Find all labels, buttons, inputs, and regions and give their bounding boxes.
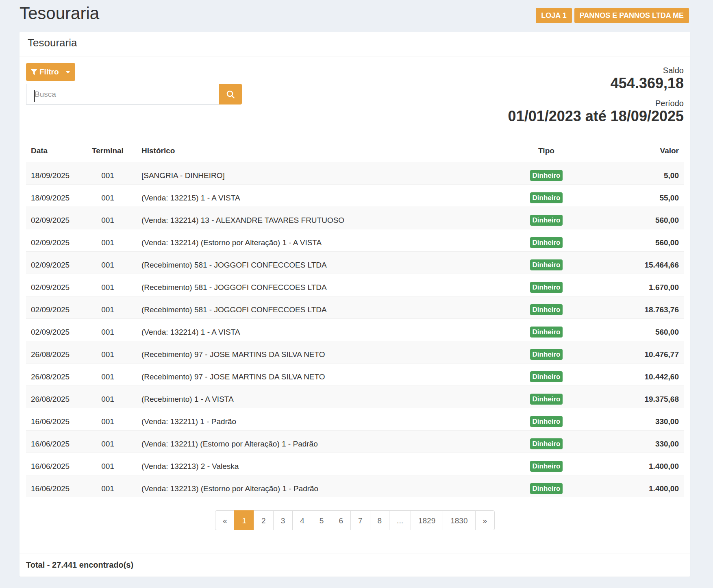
page-link-2[interactable]: 2 [254,510,274,530]
cell-data: 26/08/2025 [26,386,79,408]
cell-historico: (Recebimento) 581 - JOGGOFI CONFECCOES L… [137,296,467,319]
cell-valor: 560,00 [626,319,684,341]
table-row: 26/08/2025 001 (Recebimento) 97 - JOSE M… [26,364,684,386]
cell-terminal: 001 [79,207,137,229]
tipo-badge: Dinheiro [530,282,563,293]
tipo-badge: Dinheiro [530,215,563,226]
page-item-1829: 1829 [411,510,443,530]
page-item-«: « [215,510,235,530]
saldo-label: Saldo [508,65,684,75]
cell-data: 26/08/2025 [26,364,79,386]
cell-data: 02/09/2025 [26,207,79,229]
search-icon [226,90,235,99]
table-row: 02/09/2025 001 (Venda: 132214) (Estorno … [26,229,684,252]
pagination-wrap: «12345678...18291830» [26,510,684,530]
cell-valor: 1.400,00 [626,453,684,475]
cell-terminal: 001 [79,475,137,498]
cell-tipo: Dinheiro [467,364,626,386]
page-link-»[interactable]: » [475,510,495,530]
table-row: 26/08/2025 001 (Recebimento) 1 - A VISTA… [26,386,684,408]
page-link-1830[interactable]: 1830 [443,510,475,530]
tipo-badge: Dinheiro [530,416,563,427]
cell-valor: 5,00 [626,162,684,185]
cell-terminal: 001 [79,229,137,252]
company-button[interactable]: PANNOS E PANNOS LTDA ME [574,8,689,23]
page-link-4[interactable]: 4 [292,510,312,530]
cell-historico: (Recebimento) 97 - JOSE MARTINS DA SILVA… [137,341,467,364]
cell-terminal: 001 [79,274,137,296]
table-header-row: Data Terminal Histórico Tipo Valor [26,141,684,162]
summary-panel: Saldo 454.369,18 Período 01/01/2023 até … [508,65,684,124]
page-link-8[interactable]: 8 [370,510,390,530]
cell-terminal: 001 [79,431,137,453]
filter-button[interactable]: Filtro [26,63,75,81]
cell-valor: 10.476,77 [626,341,684,364]
table-row: 02/09/2025 001 (Recebimento) 581 - JOGGO… [26,274,684,296]
cell-valor: 18.763,76 [626,296,684,319]
cell-historico: (Venda: 132211) 1 - Padrão [137,408,467,431]
pagination: «12345678...18291830» [215,510,495,530]
cell-historico: (Recebimento) 1 - A VISTA [137,386,467,408]
cell-tipo: Dinheiro [467,274,626,296]
transactions-table: Data Terminal Histórico Tipo Valor 18/09… [26,141,684,497]
table-row: 16/06/2025 001 (Venda: 132211) 1 - Padrã… [26,408,684,431]
top-buttons: LOJA 1 PANNOS E PANNOS LTDA ME [536,8,689,23]
page-link-«[interactable]: « [215,510,235,530]
cell-tipo: Dinheiro [467,162,626,185]
tipo-badge: Dinheiro [530,237,563,248]
store-button[interactable]: LOJA 1 [536,8,572,23]
table-row: 16/06/2025 001 (Venda: 132211) (Estorno … [26,431,684,453]
table-row: 02/09/2025 001 (Recebimento) 581 - JOGGO… [26,252,684,274]
table-row: 02/09/2025 001 (Venda: 132214) 1 - A VIS… [26,319,684,341]
saldo-value: 454.369,18 [508,75,684,91]
card-title: Tesouraria [28,37,77,49]
cell-historico: (Venda: 132214) 1 - A VISTA [137,319,467,341]
page-link-7[interactable]: 7 [350,510,370,530]
page-link-5[interactable]: 5 [312,510,332,530]
cell-data: 02/09/2025 [26,252,79,274]
cell-terminal: 001 [79,341,137,364]
periodo-label: Período [508,98,684,108]
cell-valor: 560,00 [626,207,684,229]
cell-data: 18/09/2025 [26,185,79,207]
tipo-badge: Dinheiro [530,304,563,315]
cell-terminal: 001 [79,364,137,386]
page-link-1829[interactable]: 1829 [411,510,443,530]
cell-data: 16/06/2025 [26,431,79,453]
cell-valor: 19.375,68 [626,386,684,408]
cell-historico: (Venda: 132213) (Estorno por Alteração) … [137,475,467,498]
page-link-6[interactable]: 6 [331,510,351,530]
cell-historico: (Recebimento) 581 - JOGGOFI CONFECCOES L… [137,274,467,296]
search-input[interactable]: Busca [26,84,219,105]
page-link-3[interactable]: 3 [273,510,293,530]
cell-terminal: 001 [79,453,137,475]
cell-terminal: 001 [79,319,137,341]
cell-tipo: Dinheiro [467,319,626,341]
cell-data: 16/06/2025 [26,453,79,475]
tipo-badge: Dinheiro [530,371,563,382]
card-footer: Total - 27.441 encontrado(s) [20,553,690,577]
cell-data: 02/09/2025 [26,319,79,341]
column-header-tipo: Tipo [467,141,626,162]
cell-tipo: Dinheiro [467,386,626,408]
search-button[interactable] [219,84,242,105]
tipo-badge: Dinheiro [530,461,563,472]
tipo-badge: Dinheiro [530,170,563,181]
page-item-5: 5 [312,510,332,530]
card-header: Tesouraria [20,32,690,57]
cell-terminal: 001 [79,185,137,207]
search-row: Busca [26,84,242,105]
page-item-1830: 1830 [443,510,475,530]
cell-valor: 560,00 [626,229,684,252]
page-link-...[interactable]: ... [389,510,411,530]
page-link-1[interactable]: 1 [234,510,254,530]
table-row: 02/09/2025 001 (Recebimento) 581 - JOGGO… [26,296,684,319]
tipo-badge: Dinheiro [530,349,563,360]
page-item-2: 2 [254,510,274,530]
page-item-»: » [476,510,495,530]
column-header-data: Data [26,141,79,162]
tipo-badge: Dinheiro [530,192,563,203]
tipo-badge: Dinheiro [530,259,563,270]
page-title: Tesouraria [20,3,99,24]
cell-tipo: Dinheiro [467,229,626,252]
